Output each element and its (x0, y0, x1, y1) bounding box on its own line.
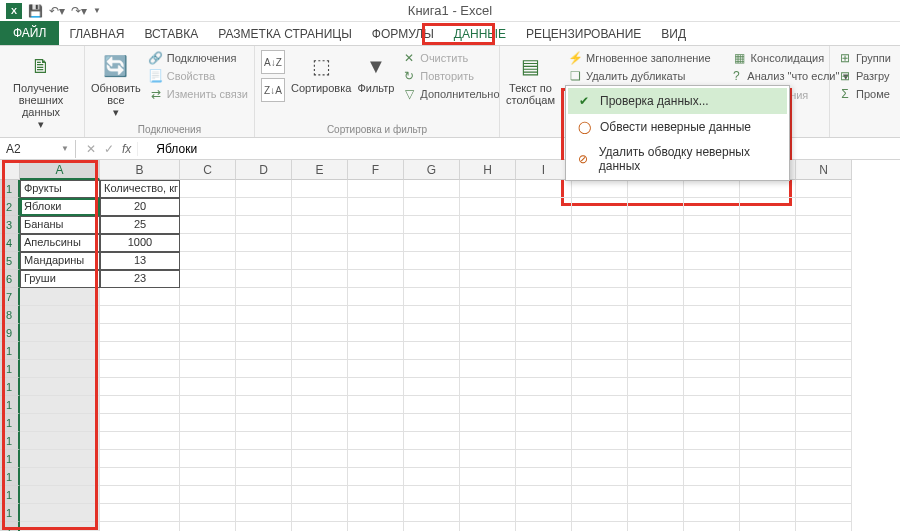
cell[interactable] (348, 360, 404, 378)
cell[interactable]: 1000 (100, 234, 180, 252)
cell[interactable] (236, 432, 292, 450)
cell[interactable]: Яблоки (20, 198, 100, 216)
fx-icon[interactable]: fx (122, 142, 138, 156)
cell[interactable] (292, 378, 348, 396)
cell[interactable] (404, 252, 460, 270)
cell[interactable] (796, 396, 852, 414)
cell[interactable] (292, 180, 348, 198)
cell[interactable] (236, 324, 292, 342)
cell[interactable] (348, 234, 404, 252)
tab-formulas[interactable]: ФОРМУЛЫ (362, 23, 444, 45)
cell[interactable] (292, 234, 348, 252)
cell[interactable] (796, 522, 852, 531)
cell[interactable] (292, 396, 348, 414)
cell[interactable]: 25 (100, 216, 180, 234)
cell[interactable] (628, 360, 684, 378)
cell[interactable] (740, 324, 796, 342)
cell[interactable] (20, 414, 100, 432)
cell[interactable] (348, 198, 404, 216)
cell[interactable] (460, 450, 516, 468)
properties-button[interactable]: 📃Свойства (147, 68, 250, 84)
cell[interactable] (516, 450, 572, 468)
cell[interactable] (796, 342, 852, 360)
cell[interactable] (684, 234, 740, 252)
cell[interactable] (348, 414, 404, 432)
cell[interactable] (628, 198, 684, 216)
cell[interactable] (404, 522, 460, 531)
cell[interactable] (404, 468, 460, 486)
cell[interactable] (572, 360, 628, 378)
cell[interactable] (180, 342, 236, 360)
cell[interactable] (20, 288, 100, 306)
cell[interactable] (236, 522, 292, 531)
cell[interactable] (236, 342, 292, 360)
col-header-i[interactable]: I (516, 160, 572, 180)
cell[interactable] (292, 270, 348, 288)
col-header-n[interactable]: N (796, 160, 852, 180)
cell[interactable] (292, 216, 348, 234)
cell[interactable] (628, 180, 684, 198)
cell[interactable] (740, 486, 796, 504)
cell[interactable] (460, 198, 516, 216)
cell[interactable] (404, 486, 460, 504)
cell[interactable] (180, 504, 236, 522)
cell[interactable] (516, 504, 572, 522)
cell[interactable] (572, 486, 628, 504)
cell[interactable] (236, 288, 292, 306)
cell[interactable] (404, 360, 460, 378)
group-rows-button[interactable]: ⊞Группи (836, 50, 893, 66)
cell[interactable] (292, 450, 348, 468)
cell[interactable] (180, 234, 236, 252)
cell[interactable] (348, 396, 404, 414)
cell[interactable] (740, 432, 796, 450)
cell[interactable] (100, 486, 180, 504)
cell[interactable] (404, 198, 460, 216)
cell[interactable] (348, 432, 404, 450)
cell[interactable] (740, 468, 796, 486)
cell[interactable] (20, 432, 100, 450)
clear-filter-button[interactable]: ✕Очистить (400, 50, 501, 66)
cell[interactable] (628, 432, 684, 450)
cell[interactable] (404, 414, 460, 432)
cell[interactable] (740, 180, 796, 198)
cell[interactable] (20, 504, 100, 522)
cell[interactable] (796, 378, 852, 396)
cell[interactable] (740, 450, 796, 468)
cell[interactable] (236, 306, 292, 324)
cell[interactable] (292, 198, 348, 216)
cell[interactable] (292, 342, 348, 360)
cell[interactable] (516, 342, 572, 360)
cell[interactable] (684, 486, 740, 504)
cell[interactable] (180, 468, 236, 486)
cell[interactable] (516, 432, 572, 450)
cell[interactable] (628, 306, 684, 324)
cell[interactable] (180, 252, 236, 270)
cell[interactable] (348, 324, 404, 342)
cell[interactable] (292, 252, 348, 270)
cell[interactable] (460, 468, 516, 486)
cell[interactable] (460, 522, 516, 531)
cell[interactable] (236, 504, 292, 522)
undo-icon[interactable]: ↶▾ (49, 4, 65, 18)
cell[interactable] (236, 180, 292, 198)
row-header[interactable]: 4 (0, 234, 20, 252)
cell[interactable] (796, 504, 852, 522)
cell[interactable] (628, 216, 684, 234)
cell[interactable] (348, 288, 404, 306)
cell[interactable] (628, 486, 684, 504)
cell[interactable] (516, 216, 572, 234)
cell[interactable] (236, 198, 292, 216)
cell[interactable] (684, 414, 740, 432)
row-header[interactable]: 1 (0, 468, 20, 486)
cell[interactable] (628, 468, 684, 486)
cell[interactable] (516, 468, 572, 486)
cell[interactable] (460, 216, 516, 234)
cell[interactable] (348, 216, 404, 234)
cell[interactable] (628, 252, 684, 270)
row-header[interactable]: 1 (0, 504, 20, 522)
row-header[interactable]: 1 (0, 360, 20, 378)
cell[interactable] (180, 396, 236, 414)
cell[interactable] (404, 180, 460, 198)
cell[interactable] (572, 234, 628, 252)
advanced-filter-button[interactable]: ▽Дополнительно (400, 86, 501, 102)
